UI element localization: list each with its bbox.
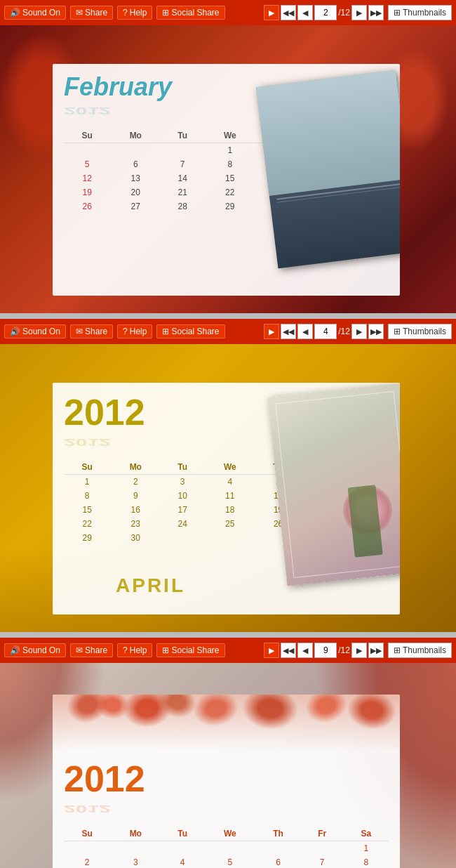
cal-card-3: 2012 2012 Su Mo Tu We Th Fr Sa 1234 bbox=[53, 695, 400, 868]
social-btn-3[interactable]: ⊞ Social Share bbox=[156, 643, 224, 657]
th-tu-1: Tu bbox=[161, 129, 204, 143]
thumb-label-2: Thumbnails bbox=[403, 327, 446, 336]
social-btn-2[interactable]: ⊞ Social Share bbox=[156, 324, 224, 338]
sound-icon-3: 🔊 bbox=[10, 645, 20, 655]
nav-play-2[interactable]: ▶ bbox=[264, 324, 279, 339]
share-icon-2: ✉ bbox=[76, 327, 83, 336]
cal-day: 7 bbox=[301, 855, 344, 868]
share-btn-3[interactable]: ✉ Share bbox=[70, 643, 113, 657]
cal-day: 5 bbox=[204, 855, 255, 868]
th-mo-1: Mo bbox=[110, 129, 161, 143]
social-icon-3: ⊞ bbox=[162, 645, 169, 655]
nav-play-3[interactable]: ▶ bbox=[264, 643, 279, 658]
sound-btn-1[interactable]: 🔊 Sound On bbox=[4, 6, 66, 20]
cal-day: 29 bbox=[204, 199, 255, 213]
page-input-2[interactable] bbox=[314, 324, 337, 339]
th-th-3: Th bbox=[255, 827, 300, 841]
th-fr-3: Fr bbox=[301, 827, 344, 841]
share-btn-2[interactable]: ✉ Share bbox=[70, 324, 113, 338]
cal-day: 10 bbox=[161, 489, 204, 503]
cal-day: 15 bbox=[204, 171, 255, 185]
nav-next-3[interactable]: ▶ bbox=[351, 643, 367, 658]
share-icon-1: ✉ bbox=[76, 8, 83, 18]
cal-day: 1 bbox=[344, 841, 389, 856]
page-input-3[interactable] bbox=[314, 643, 337, 658]
toolbar-2: 🔊 Sound On ✉ Share ? Help ⊞ Social Share… bbox=[0, 319, 456, 344]
help-label-3: Help bbox=[130, 645, 147, 655]
share-icon-3: ✉ bbox=[76, 645, 83, 655]
thumbnails-btn-3[interactable]: ⊞ Thumbnails bbox=[388, 643, 452, 658]
sound-icon-2: 🔊 bbox=[10, 327, 20, 336]
nav-last-3[interactable]: ▶▶ bbox=[368, 643, 384, 658]
th-mo-3: Mo bbox=[110, 827, 161, 841]
nav-first-1[interactable]: ◀◀ bbox=[281, 5, 296, 20]
help-label-2: Help bbox=[130, 327, 147, 336]
cal-day: 4 bbox=[161, 855, 204, 868]
cal-day bbox=[204, 841, 255, 856]
photo-overlay-1 bbox=[256, 70, 400, 268]
help-icon-1: ? bbox=[123, 8, 128, 18]
th-we-2: We bbox=[204, 460, 255, 475]
nav-next-1[interactable]: ▶ bbox=[351, 5, 367, 20]
cal-day: 22 bbox=[204, 185, 255, 199]
calendar-section-3: 2012 2012 Su Mo Tu We Th Fr Sa 1234 bbox=[0, 663, 456, 868]
help-btn-3[interactable]: ? Help bbox=[117, 643, 152, 657]
cal-day bbox=[64, 841, 110, 856]
help-btn-2[interactable]: ? Help bbox=[117, 324, 152, 338]
nav-prev-1[interactable]: ◀ bbox=[297, 5, 313, 20]
cal-day: 29 bbox=[64, 531, 110, 545]
cal-day: 6 bbox=[255, 855, 300, 868]
social-label-3: Social Share bbox=[171, 645, 219, 655]
cal-day bbox=[110, 841, 161, 856]
social-btn-1[interactable]: ⊞ Social Share bbox=[156, 6, 224, 20]
thumbnails-btn-2[interactable]: ⊞ Thumbnails bbox=[388, 324, 452, 339]
thumb-label-1: Thumbnails bbox=[403, 8, 446, 18]
thumbnails-btn-1[interactable]: ⊞ Thumbnails bbox=[388, 5, 452, 20]
th-sa-3: Sa bbox=[344, 827, 389, 841]
cal-day: 1 bbox=[64, 475, 110, 489]
sound-label-2: Sound On bbox=[22, 327, 60, 336]
divider-2 bbox=[0, 632, 456, 638]
nav-prev-2[interactable]: ◀ bbox=[297, 324, 313, 339]
sound-icon-1: 🔊 bbox=[10, 8, 20, 18]
page-total-3: /12 bbox=[338, 645, 350, 655]
nav-prev-3[interactable]: ◀ bbox=[297, 643, 313, 658]
cal-day: 2 bbox=[110, 475, 161, 489]
big-month-2: April bbox=[116, 574, 185, 597]
cal-day: 30 bbox=[110, 531, 161, 545]
cal-day: 17 bbox=[161, 503, 204, 517]
cal-day: 26 bbox=[64, 199, 110, 213]
nav-next-2[interactable]: ▶ bbox=[351, 324, 367, 339]
cal-day bbox=[161, 531, 204, 545]
nav-last-2[interactable]: ▶▶ bbox=[368, 324, 384, 339]
sound-btn-2[interactable]: 🔊 Sound On bbox=[4, 324, 66, 338]
help-label-1: Help bbox=[130, 8, 147, 18]
nav-first-2[interactable]: ◀◀ bbox=[281, 324, 296, 339]
help-icon-3: ? bbox=[123, 645, 128, 655]
cal-day: 20 bbox=[110, 185, 161, 199]
cal-day: 11 bbox=[204, 489, 255, 503]
th-tu-2: Tu bbox=[161, 460, 204, 475]
nav-play-1[interactable]: ▶ bbox=[264, 5, 279, 20]
cal-card-2: 2012 2012 Su Mo Tu We Th Fr Sa 1234 bbox=[53, 383, 400, 614]
share-btn-1[interactable]: ✉ Share bbox=[70, 6, 113, 20]
nav-last-1[interactable]: ▶▶ bbox=[368, 5, 384, 20]
th-mo-2: Mo bbox=[110, 460, 161, 475]
sound-btn-3[interactable]: 🔊 Sound On bbox=[4, 643, 66, 657]
cal-day: 13 bbox=[110, 171, 161, 185]
nav-first-3[interactable]: ◀◀ bbox=[281, 643, 296, 658]
social-label-2: Social Share bbox=[171, 327, 219, 336]
sound-label-3: Sound On bbox=[22, 645, 60, 655]
page-input-1[interactable] bbox=[314, 5, 337, 20]
cal-day bbox=[301, 841, 344, 856]
cal-day: 16 bbox=[110, 503, 161, 517]
cal-day: 2 bbox=[64, 855, 110, 868]
cal-day: 27 bbox=[110, 199, 161, 213]
share-label-1: Share bbox=[85, 8, 107, 18]
nav-controls-2: ▶ ◀◀ ◀ /12 ▶ ▶▶ bbox=[264, 324, 384, 339]
th-tu-3: Tu bbox=[161, 827, 204, 841]
cal-day bbox=[110, 143, 161, 158]
cal-year-reflect-2: 2012 bbox=[64, 437, 145, 449]
help-btn-1[interactable]: ? Help bbox=[117, 6, 152, 20]
cal-day: 7 bbox=[161, 157, 204, 171]
